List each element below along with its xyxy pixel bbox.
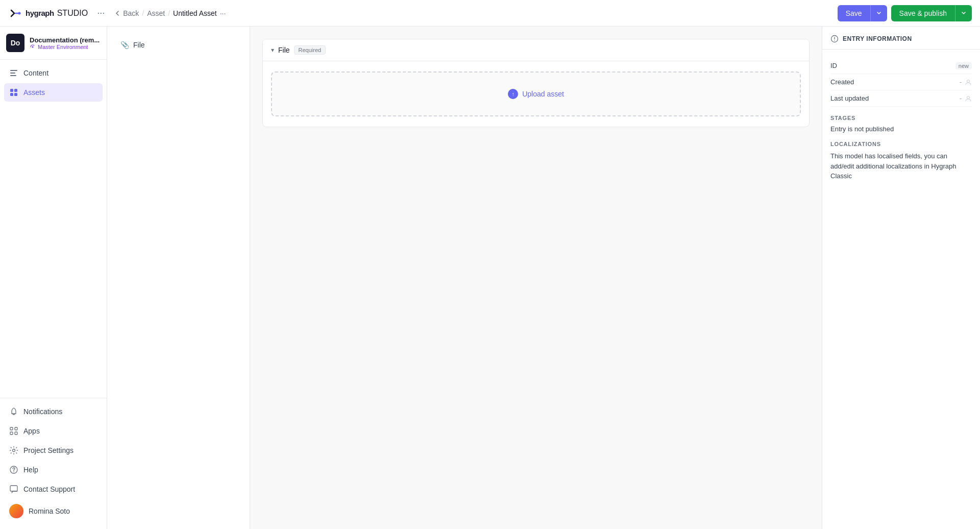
- file-section-title: File: [278, 46, 290, 54]
- breadcrumb: Back / Asset / Untitled Asset ···: [114, 9, 226, 17]
- environment-icon: [30, 44, 36, 50]
- back-arrow-icon: [114, 10, 121, 17]
- sidebar-item-notifications-label: Notifications: [23, 407, 62, 416]
- user-placeholder-2-icon: [965, 95, 972, 102]
- svg-point-20: [967, 80, 970, 82]
- upload-icon: ↑: [508, 89, 518, 99]
- page-title: Untitled Asset: [173, 9, 217, 17]
- breadcrumb-asset[interactable]: Asset: [147, 9, 165, 17]
- paperclip-icon: 📎: [120, 41, 129, 49]
- sidebar-item-apps[interactable]: Apps: [4, 422, 103, 440]
- chat-icon: [9, 485, 18, 494]
- sidebar-item-content-label: Content: [23, 69, 48, 77]
- workspace-name: Documentation (rem...: [30, 36, 101, 44]
- required-badge: Required: [294, 45, 326, 55]
- sidebar-item-assets[interactable]: Assets: [4, 83, 103, 102]
- sidebar-item-contact-support-label: Contact Support: [23, 485, 75, 493]
- workspace-avatar: Do: [6, 34, 24, 52]
- created-value: -: [960, 78, 972, 86]
- file-section-body: ↑ Upload asset: [263, 61, 809, 127]
- sidebar: Do Documentation (rem... Master Environm…: [0, 27, 107, 529]
- sidebar-item-content[interactable]: Content: [4, 64, 103, 82]
- save-publish-button[interactable]: Save & publish: [891, 5, 972, 21]
- logo-name: hygraph: [26, 9, 54, 17]
- content-icon: [9, 68, 18, 78]
- stages-value: Entry is not published: [830, 125, 972, 133]
- sidebar-item-notifications[interactable]: Notifications: [4, 402, 103, 421]
- svg-rect-8: [10, 93, 13, 96]
- topbar-right: Save Save & publish: [838, 5, 972, 21]
- workspace-selector[interactable]: Do Documentation (rem... Master Environm…: [0, 27, 107, 60]
- created-row: Created -: [830, 74, 972, 90]
- breadcrumb-separator: /: [142, 9, 144, 17]
- sidebar-item-assets-label: Assets: [23, 88, 45, 97]
- entry-info-title: ENTRY INFORMATION: [843, 35, 912, 42]
- assets-icon: [9, 88, 18, 97]
- upload-label: Upload asset: [522, 90, 564, 98]
- sidebar-item-help[interactable]: Help: [4, 461, 103, 479]
- svg-rect-5: [10, 75, 16, 76]
- upload-zone[interactable]: ↑ Upload asset: [271, 71, 801, 116]
- user-name: Romina Soto: [29, 507, 70, 515]
- id-value: new: [955, 62, 972, 69]
- workspace-info: Documentation (rem... Master Environment: [30, 36, 101, 50]
- svg-rect-4: [10, 73, 15, 74]
- save-button[interactable]: Save: [838, 5, 887, 21]
- save-label: Save: [838, 5, 871, 21]
- svg-point-16: [13, 471, 14, 472]
- user-placeholder-icon: [965, 79, 972, 86]
- chevron-down-icon: [876, 10, 882, 16]
- hygraph-logo-icon: [8, 6, 22, 20]
- more-options-button[interactable]: ···: [220, 9, 226, 17]
- chevron-down-publish-icon: [961, 10, 967, 16]
- logo-studio: STUDIO: [57, 9, 88, 18]
- svg-point-2: [32, 46, 34, 47]
- sidebar-item-apps-label: Apps: [23, 427, 40, 435]
- svg-point-14: [13, 449, 15, 452]
- back-button[interactable]: Back: [114, 9, 139, 17]
- content-area: 📎 File ▾ File Required ↑ Upload asset: [107, 27, 980, 529]
- id-row: ID new: [830, 58, 972, 74]
- help-icon: [9, 465, 18, 474]
- svg-rect-10: [10, 427, 13, 430]
- field-item-file[interactable]: 📎 File: [115, 37, 241, 53]
- entry-info-icon: [830, 35, 839, 43]
- sidebar-item-project-settings-label: Project Settings: [23, 446, 74, 454]
- sidebar-item-project-settings[interactable]: Project Settings: [4, 441, 103, 460]
- topbar-left: hygraph STUDIO ··· Back / Asset / Untitl…: [8, 6, 226, 20]
- sidebar-nav: Content Assets: [0, 60, 107, 398]
- stages-title: STAGES: [830, 115, 972, 121]
- settings-icon: [9, 446, 18, 455]
- last-updated-value: -: [960, 94, 972, 102]
- right-panel-body: ID new Created - Las: [822, 50, 980, 189]
- collapse-icon[interactable]: ▾: [271, 46, 274, 54]
- field-panel: 📎 File: [107, 27, 250, 529]
- breadcrumb-separator-2: /: [168, 9, 170, 17]
- sidebar-item-help-label: Help: [23, 466, 38, 474]
- right-panel: ENTRY INFORMATION ID new Created -: [822, 27, 980, 529]
- svg-rect-6: [10, 89, 13, 92]
- field-item-file-label: File: [133, 41, 145, 49]
- id-label: ID: [830, 62, 837, 69]
- editor-panel: ▾ File Required ↑ Upload asset: [250, 27, 822, 529]
- bell-icon: [9, 407, 18, 416]
- sidebar-bottom: Notifications Apps Project Settings: [0, 398, 107, 529]
- svg-rect-12: [10, 432, 13, 435]
- file-section-header: ▾ File Required: [263, 39, 809, 61]
- workspace-environment: Master Environment: [30, 44, 101, 50]
- topbar: hygraph STUDIO ··· Back / Asset / Untitl…: [0, 0, 980, 27]
- last-updated-row: Last updated -: [830, 90, 972, 107]
- topbar-more-button[interactable]: ···: [94, 6, 108, 20]
- localizations-text: This model has localised fields, you can…: [830, 151, 972, 181]
- save-dropdown-arrow[interactable]: [871, 5, 887, 21]
- svg-point-1: [18, 12, 21, 14]
- user-profile-button[interactable]: Romina Soto: [4, 499, 103, 523]
- svg-point-19: [834, 40, 835, 40]
- sidebar-item-contact-support[interactable]: Contact Support: [4, 480, 103, 498]
- svg-rect-17: [10, 486, 17, 491]
- logo: hygraph STUDIO: [8, 6, 88, 20]
- upload-button[interactable]: ↑ Upload asset: [508, 89, 564, 99]
- publish-dropdown-arrow[interactable]: [955, 5, 972, 21]
- localizations-title: LOCALIZATIONS: [830, 141, 972, 147]
- svg-rect-9: [14, 93, 17, 96]
